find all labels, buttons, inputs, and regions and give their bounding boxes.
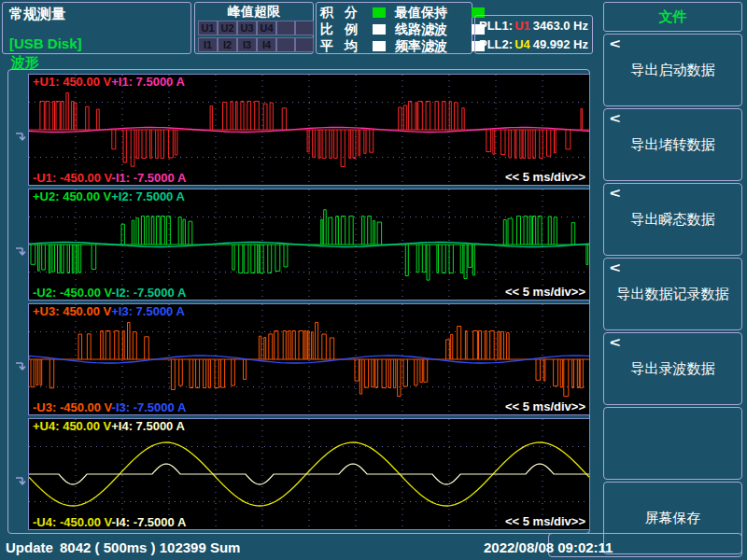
menu-title-file: 文件 <box>603 2 742 32</box>
export-stall-data-button[interactable]: < 导出堵转数据 <box>603 108 742 181</box>
peak-indicator-empty <box>276 37 295 52</box>
peak-indicator-u1: U1 <box>198 21 218 35</box>
usb-disk-status: [USB Disk] <box>9 35 82 51</box>
update-label: Update <box>6 539 53 555</box>
pll1-frequency: 3463.0 Hz <box>533 19 588 33</box>
peak-current-indicators: I1 I2 I3 I4 <box>198 37 314 52</box>
channel-3-voltage-range-neg: -U3: -450.00 V <box>33 400 112 414</box>
peak-voltage-indicators: U1 U2 U3 U4 <box>198 21 314 35</box>
channel-3-waveform <box>29 304 589 414</box>
pll2-source: U4 <box>514 37 530 51</box>
peak-indicator-i4: I4 <box>257 37 276 52</box>
integration-char: 积 <box>320 5 345 21</box>
peak-indicator-u2: U2 <box>218 21 237 35</box>
scope-channel-3: +U3: 450.00 V+I3: 7.5000 A -U3: -450.00 … <box>28 303 590 415</box>
measure-mode-label: 常规测量 <box>9 6 65 23</box>
waveform-panel: +U1: 450.00 V+I1: 7.5000 A -U1: -450.00 … <box>7 69 590 534</box>
channel-4-current-range: +I4: 7.5000 A <box>111 419 185 433</box>
pll1-source: U1 <box>514 19 530 33</box>
back-arrow-icon: < <box>610 334 620 350</box>
zero-level-arrow-icon <box>14 245 28 259</box>
integration-char: 例 <box>345 21 373 38</box>
zero-level-arrow-icon <box>14 131 28 145</box>
filter-label-freq-filter: 频率滤波 <box>395 38 464 55</box>
average-checkbox[interactable] <box>373 41 386 51</box>
channel-4-voltage-range: +U4: 450.00 V <box>33 419 111 433</box>
channel-1-voltage-range: +U1: 450.00 V <box>33 75 111 89</box>
channel-4-voltage-range-neg: -U4: -450.00 V <box>33 515 112 529</box>
time-per-division: << 5 ms/div>> <box>505 285 585 299</box>
scope-channel-2: +U2: 450.00 V+I2: 7.5000 A -U2: -450.00 … <box>28 189 590 301</box>
peak-indicator-empty <box>295 21 314 35</box>
pll-box: PLL1: U1 3463.0 Hz PLL2: U4 49.992 Hz <box>474 15 593 54</box>
channel-4-current-range-neg: -I4: -7.5000 A <box>112 515 187 529</box>
back-arrow-icon: < <box>610 35 620 51</box>
channel-4-waveform <box>29 419 589 529</box>
channel-1-current-range-neg: -I1: -7.5000 A <box>112 171 187 185</box>
channel-3-current-range: +I3: 7.5000 A <box>111 304 185 318</box>
pll2-label: PLL2: <box>479 37 513 51</box>
scope-channel-1: +U1: 450.00 V+I1: 7.5000 A -U1: -450.00 … <box>28 74 590 186</box>
peak-indicator-empty <box>276 21 295 35</box>
export-startup-data-button[interactable]: < 导出启动数据 <box>603 34 742 106</box>
time-per-division: << 5 ms/div>> <box>505 514 585 528</box>
zero-level-arrow-icon <box>14 475 28 489</box>
peak-over-limit-title: 峰值超限 <box>195 4 313 21</box>
peak-indicator-i2: I2 <box>218 37 237 52</box>
zero-level-arrow-icon <box>14 360 28 374</box>
peak-indicator-i3: I3 <box>237 37 257 52</box>
pll1-label: PLL1: <box>479 19 513 33</box>
export-datalog-data-button[interactable]: < 导出数据记录数据 <box>603 258 742 330</box>
channel-2-waveform <box>29 189 589 300</box>
measure-mode-box: 常规测量 [USB Disk] <box>2 2 191 54</box>
integration-char: 比 <box>320 21 345 38</box>
scope-channel-4: +U4: 450.00 V+I4: 7.5000 A -U4: -450.00 … <box>28 418 590 530</box>
channel-3-current-range-neg: -I3: -7.5000 A <box>112 400 187 414</box>
filter-label-line-filter: 线路滤波 <box>395 21 464 38</box>
peak-over-limit-box: 峰值超限 U1 U2 U3 U4 I1 I2 I3 I4 <box>194 2 314 54</box>
peak-indicator-u3: U3 <box>237 21 257 35</box>
channel-1-voltage-range-neg: -U1: -450.00 V <box>33 171 112 185</box>
channel-2-voltage-range-neg: -U2: -450.00 V <box>33 286 112 300</box>
integration-filter-box: 积 分 最值保持 比 例 线路滤波 平 均 频率滤波 <box>316 2 472 54</box>
channel-1-current-range: +I1: 7.5000 A <box>111 75 185 89</box>
filter-label-max-hold: 最值保持 <box>395 5 464 21</box>
back-arrow-icon: < <box>610 110 620 126</box>
channel-1-waveform <box>29 75 589 185</box>
integration-checkbox[interactable] <box>373 7 386 18</box>
peak-indicator-i1: I1 <box>198 37 218 52</box>
channel-2-current-range: +I2: 7.5000 A <box>111 189 185 203</box>
time-per-division: << 5 ms/div>> <box>505 170 585 184</box>
channel-2-voltage-range: +U2: 450.00 V <box>33 189 111 203</box>
export-waveform-data-button[interactable]: < 导出录波数据 <box>603 332 742 405</box>
time-per-division: << 5 ms/div>> <box>505 399 585 413</box>
pll2-frequency: 49.992 Hz <box>533 37 588 51</box>
channel-3-voltage-range: +U3: 450.00 V <box>33 304 111 318</box>
export-transient-data-button[interactable]: < 导出瞬态数据 <box>603 183 742 256</box>
screen-save-button[interactable]: 屏幕保存 <box>603 482 742 554</box>
channel-2-current-range-neg: -I2: -7.5000 A <box>112 286 187 300</box>
back-arrow-icon: < <box>610 259 620 275</box>
integration-char: 均 <box>345 38 373 55</box>
peak-indicator-empty <box>295 37 314 52</box>
analyzer-screen: 常规测量 [USB Disk] 峰值超限 U1 U2 U3 U4 I1 I2 I… <box>0 0 747 560</box>
datetime: 2022/08/08 09:02:11 <box>484 539 613 555</box>
empty-menu-button[interactable] <box>603 407 742 480</box>
update-counter: 8042 ( 500ms ) 102399 Sum <box>60 539 240 555</box>
ratio-checkbox[interactable] <box>373 24 386 35</box>
integration-char: 平 <box>320 38 345 55</box>
back-arrow-icon: < <box>610 185 620 201</box>
peak-indicator-u4: U4 <box>257 21 276 35</box>
integration-char: 分 <box>345 5 373 21</box>
